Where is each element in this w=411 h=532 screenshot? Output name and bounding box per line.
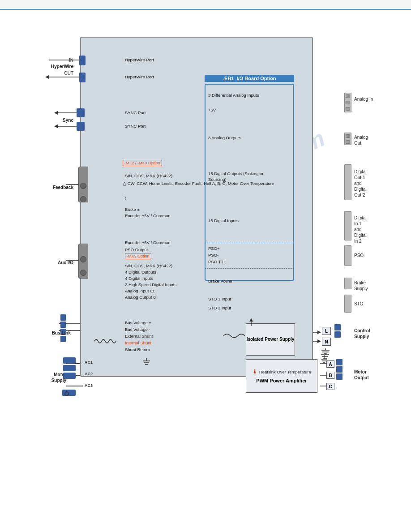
isolated-power-supply-box: Isolated Power Supply [246, 323, 295, 356]
shunt-return-text: Shunt Return [125, 347, 150, 353]
ground-symbol-motor [320, 353, 330, 362]
digital-out-label: DigitalOut 1andDigitalOut 2 [354, 169, 367, 198]
sync-label: Sync [44, 117, 73, 123]
motor-supply-connector-gnd [62, 390, 71, 399]
page-container: mnautomotive.com [0, 9, 411, 532]
n-terminal-box: N [322, 338, 331, 346]
three-diff-analog-text: 3 Differential Analog Inputs [208, 93, 259, 99]
sixteen-digital-in-text: 16 Digital Inputs [208, 218, 239, 224]
analog-output-0-text: Analog Output 0 [125, 295, 156, 300]
sin-cos-mrk-2-text: SIN, COS, MRK (RS422) [125, 263, 172, 269]
analog-out-terminals [344, 133, 351, 145]
feedback-db-circle-bottom [80, 196, 86, 202]
motor-output-label: MotorOutput [354, 369, 369, 381]
aux-io-label: Aux I/O [40, 260, 73, 266]
motor-output-connectors [336, 359, 342, 381]
eb1-title: -EB1 I/O Board Option [205, 75, 294, 82]
hyperwire-port-2-text: HyperWire Port [125, 74, 154, 80]
ac-wave-symbol [223, 331, 246, 341]
pso-plus-text: PSO+ [208, 246, 220, 252]
control-supply-label: ControlSupply [354, 328, 370, 339]
four-digital-in-text: 4 Digital Inputs [125, 276, 153, 282]
brake-power-text: Brake Power [208, 279, 232, 284]
pso-ttl-text: PSO TTL [208, 259, 226, 265]
analog-in-label: Analog In [354, 96, 373, 102]
pwm-label: PWM Power Amplifier [256, 378, 307, 384]
hyperwire-in-connector [79, 56, 86, 65]
c-terminal-box: C [326, 383, 334, 390]
hyperwire-in-label: IN [35, 57, 73, 63]
motor-supply-label: MotorSupply [37, 372, 66, 383]
ac1-label: AC1 [85, 360, 93, 365]
inductor-symbol [94, 336, 118, 345]
sto-2-text: STO 2 Input [208, 305, 231, 311]
sto-label: STO [354, 301, 363, 307]
pwm-amplifier-box: 🌡 Heatsink Over Temperature PWM Power Am… [246, 359, 317, 393]
aux-db-circle-bottom [80, 270, 86, 276]
sixteen-digital-out-text: 16 Digital Outputs (Sinking or Sourcing) [208, 171, 275, 183]
svg-marker-121 [249, 318, 253, 322]
ac3-label: AC3 [85, 383, 93, 388]
mx3-option-box: -MX3 Option [125, 253, 151, 259]
feedback-db-circle-top [80, 183, 86, 189]
pso-terminals [344, 245, 351, 266]
digital-in-terminals [344, 211, 351, 240]
sto-terminals [344, 295, 351, 313]
l-terminal-box: L [322, 327, 331, 335]
mx2-mx3-option-box: -MX2 / -MX3 Option [123, 160, 162, 166]
sync-port-1-text: SYNC Port [125, 110, 146, 116]
heatsink-text: 🌡 Heatsink Over Temperature [252, 369, 311, 374]
four-digital-out-text: 4 Digital Outputs [125, 270, 156, 275]
svg-marker-7 [54, 111, 58, 115]
sync-connector-1 [77, 108, 85, 117]
sin-cos-mrk-text: SIN, COS, MRK (RS422) [125, 173, 172, 179]
hyperwire-port-1-text: HyperWire Port [125, 57, 154, 63]
motor-supply-blue-connectors [63, 357, 76, 380]
sync-port-2-text: SYNC Port [125, 124, 146, 129]
svg-marker-10 [54, 124, 58, 128]
brake-supply-label: BrakeSupply [354, 280, 368, 292]
bus-link-label: Bus Link [37, 330, 71, 336]
sto-1-text: STO 1 Input [208, 296, 231, 302]
control-supply-connector [334, 324, 341, 339]
three-analog-out-text: 3 Analog Outputs [208, 135, 241, 141]
bus-voltage-minus-text: Bus Voltage - [125, 327, 150, 333]
bus-voltage-plus-text: Bus Voltage + [125, 320, 151, 326]
pso-minus-text: PSO- [208, 253, 218, 258]
diagram-area: mnautomotive.com [35, 37, 376, 395]
analog-input-0-text: Analog Input 0± [125, 288, 155, 294]
b-terminal-box: B [326, 372, 334, 379]
sync-connector-2 [77, 122, 85, 131]
pso-output-text: PSO Output [125, 247, 148, 253]
brake-text: Brake ± [125, 207, 140, 213]
internal-shunt-text: Internal Shunt [125, 340, 151, 346]
aux-db-circle-top [80, 256, 86, 262]
hyperwire-label: HyperWire [35, 64, 73, 69]
bus-link-connectors [60, 314, 83, 343]
resistor-symbol: ⌇ [124, 195, 126, 201]
ground-symbol-left [142, 358, 151, 367]
svg-point-111 [65, 392, 68, 395]
digital-in-label: DigitalIn 1andDigitalIn 2 [354, 215, 367, 244]
hyperwire-out-connector [79, 73, 86, 82]
digital-out-terminals [344, 164, 351, 200]
svg-marker-82 [317, 330, 321, 334]
encoder-5v-2-text: Encoder +5V / Common [125, 240, 171, 246]
analog-out-label: Analog Out [354, 134, 376, 146]
analog-in-terminals [344, 93, 351, 112]
feedback-label: Feedback [40, 184, 73, 190]
brake-supply-terminals [344, 278, 351, 289]
encoder-5v-text: Encoder +5V / Common [125, 213, 171, 219]
pso-label: PSO [354, 253, 364, 258]
ac2-label: AC2 [85, 372, 93, 376]
svg-marker-84 [317, 339, 321, 343]
hyperwire-out-label: OUT [35, 70, 73, 76]
external-shunt-text: External Shunt [125, 334, 153, 339]
up-arrow-to-supply [248, 318, 255, 328]
plus5v-text: +5V [208, 107, 216, 113]
two-high-speed-text: 2 High Speed Digital Inputs [125, 282, 176, 288]
